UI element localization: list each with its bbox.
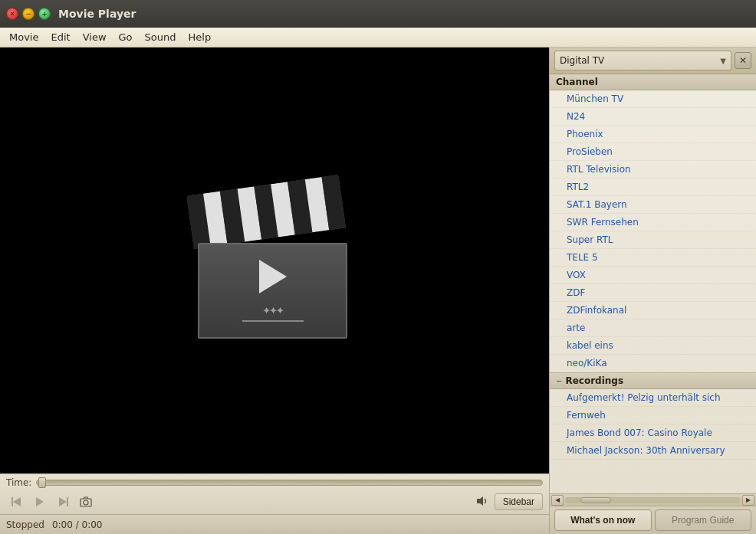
menu-movie[interactable]: Movie bbox=[3, 30, 44, 44]
status-stopped: Stopped bbox=[6, 519, 44, 530]
clapper-top bbox=[186, 175, 346, 249]
sidebar-bottom-buttons: What's on now Program Guide bbox=[550, 506, 756, 534]
digital-tv-dropdown[interactable]: Digital TV ▼ bbox=[554, 51, 731, 70]
window-controls: ✕ − + bbox=[6, 8, 51, 20]
list-item[interactable]: SWR Fernsehen bbox=[550, 214, 756, 231]
video-player: ✦✦✦ bbox=[0, 48, 549, 473]
list-item[interactable]: München TV bbox=[550, 90, 756, 108]
buttons-row: Sidebar bbox=[6, 491, 543, 513]
chevron-down-icon: ▼ bbox=[720, 57, 726, 65]
title-bar: ✕ − + Movie Player bbox=[0, 0, 756, 28]
time-label: Time: bbox=[6, 477, 31, 488]
sidebar-header: Digital TV ▼ ✕ bbox=[550, 48, 756, 74]
clapper-body: ✦✦✦ bbox=[198, 243, 347, 339]
dropdown-label: Digital TV bbox=[560, 55, 604, 66]
menu-view[interactable]: View bbox=[77, 30, 113, 44]
collapse-icon: − bbox=[556, 377, 562, 385]
list-item[interactable]: Super RTL bbox=[550, 231, 756, 249]
time-bar: Time: bbox=[6, 477, 543, 488]
list-item[interactable]: ZDF bbox=[550, 284, 756, 302]
clapperboard-icon: ✦✦✦ bbox=[198, 188, 351, 333]
window-title: Movie Player bbox=[58, 8, 136, 20]
svg-rect-0 bbox=[12, 497, 13, 506]
menu-sound[interactable]: Sound bbox=[139, 30, 182, 44]
scroll-left-arrow[interactable]: ◀ bbox=[551, 495, 564, 506]
list-item[interactable]: RTL2 bbox=[550, 179, 756, 196]
list-item[interactable]: kabel eins bbox=[550, 337, 756, 355]
prev-button[interactable] bbox=[6, 491, 28, 513]
close-button[interactable]: ✕ bbox=[6, 8, 18, 20]
progress-thumb bbox=[38, 477, 46, 488]
svg-marker-1 bbox=[13, 497, 21, 506]
close-icon: ✕ bbox=[739, 55, 747, 66]
progress-track[interactable] bbox=[36, 480, 543, 486]
channel-list-header: Channel bbox=[550, 74, 756, 90]
menu-edit[interactable]: Edit bbox=[44, 30, 76, 44]
video-area: ✦✦✦ Time: bbox=[0, 48, 549, 534]
list-item[interactable]: Michael Jackson: 30th Anniversary bbox=[550, 442, 756, 460]
play-arrow-icon bbox=[259, 260, 287, 293]
list-item[interactable]: Fernweh bbox=[550, 407, 756, 424]
list-item[interactable]: Aufgemerkt! Pelzig unterhält sich bbox=[550, 389, 756, 407]
list-item[interactable]: neo/KiKa bbox=[550, 355, 756, 372]
next-button[interactable] bbox=[52, 491, 74, 513]
list-item[interactable]: James Bond 007: Casino Royale bbox=[550, 424, 756, 442]
maximize-button[interactable]: + bbox=[38, 8, 51, 20]
status-bar: Stopped 0:00 / 0:00 bbox=[0, 514, 549, 534]
list-item[interactable]: TELE 5 bbox=[550, 249, 756, 267]
list-item[interactable]: ProSieben bbox=[550, 143, 756, 161]
menu-bar: Movie Edit View Go Sound Help bbox=[0, 28, 756, 48]
program-guide-button[interactable]: Program Guide bbox=[655, 509, 752, 531]
scroll-right-arrow[interactable]: ▶ bbox=[742, 495, 754, 506]
minimize-button[interactable]: − bbox=[22, 8, 35, 20]
list-item[interactable]: SAT.1 Bayern bbox=[550, 196, 756, 214]
controls-area: Time: bbox=[0, 473, 549, 514]
sidebar-panel: Digital TV ▼ ✕ Channel München TV N24 Ph… bbox=[549, 48, 756, 534]
list-item[interactable]: ZDFinfokanal bbox=[550, 302, 756, 319]
list-item[interactable]: VOX bbox=[550, 267, 756, 284]
scroll-track[interactable] bbox=[565, 497, 741, 503]
svg-point-6 bbox=[84, 500, 88, 505]
scroll-thumb bbox=[580, 497, 611, 503]
main-content: ✦✦✦ Time: bbox=[0, 48, 756, 534]
recordings-header[interactable]: − Recordings bbox=[550, 372, 756, 389]
sidebar-button[interactable]: Sidebar bbox=[495, 493, 543, 510]
svg-marker-7 bbox=[477, 496, 483, 506]
whats-on-now-button[interactable]: What's on now bbox=[554, 509, 652, 531]
menu-help[interactable]: Help bbox=[182, 30, 218, 44]
play-button[interactable] bbox=[29, 491, 51, 513]
horizontal-scrollbar: ◀ ▶ bbox=[550, 493, 756, 506]
svg-rect-3 bbox=[67, 497, 68, 506]
list-item[interactable]: RTL Television bbox=[550, 161, 756, 179]
list-item[interactable]: Phoenix bbox=[550, 126, 756, 143]
clapper-text: ✦✦✦ bbox=[262, 301, 283, 317]
recordings-label: Recordings bbox=[565, 375, 623, 386]
svg-marker-4 bbox=[59, 497, 67, 506]
menu-go[interactable]: Go bbox=[113, 30, 139, 44]
clapper-line bbox=[242, 320, 304, 322]
volume-icon[interactable] bbox=[476, 495, 490, 509]
channel-list[interactable]: Channel München TV N24 Phoenix ProSieben… bbox=[550, 74, 756, 493]
svg-marker-2 bbox=[36, 497, 44, 506]
clapper-stripes bbox=[186, 175, 346, 249]
screenshot-button[interactable] bbox=[75, 491, 97, 513]
list-item[interactable]: N24 bbox=[550, 108, 756, 126]
time-display: 0:00 / 0:00 bbox=[52, 519, 103, 530]
list-item[interactable]: arte bbox=[550, 319, 756, 337]
sidebar-close-button[interactable]: ✕ bbox=[735, 52, 751, 69]
